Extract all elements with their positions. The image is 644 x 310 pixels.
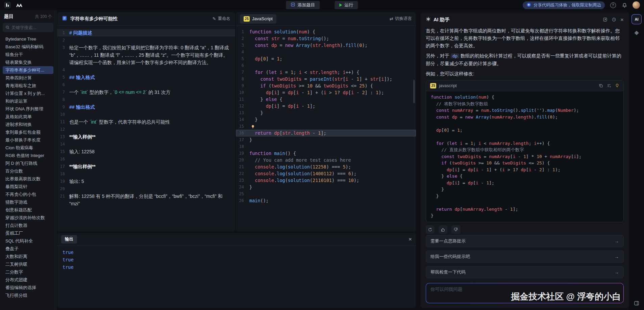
sidebar-item-label: 最小替换子串长度 bbox=[5, 137, 41, 143]
sidebar-item[interactable]: RGB 色值转 Integer bbox=[3, 152, 53, 159]
sidebar-item[interactable]: 叠盘子 bbox=[3, 245, 53, 253]
sidebar-item[interactable]: 番茄编辑的选择 bbox=[3, 284, 53, 291]
sidebar-item[interactable]: 分布式团建 bbox=[3, 276, 53, 284]
sidebar-item[interactable]: SQL 代码补全 bbox=[3, 237, 53, 245]
sidebar-item[interactable]: 计算位置 x 到 y 的... bbox=[3, 89, 53, 97]
code-line: 25 bbox=[236, 190, 416, 197]
sidebar-item[interactable]: 猫鱼分干 bbox=[3, 51, 53, 58]
sidebar-item[interactable]: 暴雨梨花针 bbox=[3, 183, 53, 190]
line-number: 9 bbox=[57, 103, 69, 111]
suggestion-chip[interactable]: 帮我检查一下代码 → bbox=[426, 266, 624, 278]
run-button[interactable]: 运行 bbox=[335, 1, 358, 9]
sidebar-item[interactable]: 飞行棋分组 bbox=[3, 291, 53, 299]
problem-list: Bytedance Tree Base32 编码和解码 猫鱼分干 链表聚集交换 … bbox=[3, 35, 53, 310]
markdown-text bbox=[69, 81, 235, 88]
sidebar-item[interactable]: 穿越沙漠的补给次数 bbox=[3, 214, 53, 222]
sidebar-item[interactable]: 猜数字游戏 bbox=[3, 198, 53, 206]
document-icon bbox=[62, 16, 67, 22]
close-icon[interactable]: × bbox=[408, 236, 412, 242]
ai-code-line: } bbox=[431, 193, 619, 200]
sidebar-item[interactable]: 链表聚集交换 bbox=[3, 58, 53, 66]
thumbs-down-icon[interactable] bbox=[451, 225, 460, 234]
sidebar-item[interactable]: 简单四则计算 bbox=[3, 74, 53, 82]
line-number: 10 bbox=[57, 111, 69, 118]
insert-code-icon[interactable] bbox=[607, 83, 611, 88]
sidebar-item[interactable]: Bytedance Tree bbox=[3, 35, 53, 43]
sidebar-item-label: 暴雨梨花针 bbox=[5, 184, 27, 189]
code-text: // You can add more test cases here bbox=[249, 157, 416, 163]
help-icon[interactable]: ? bbox=[610, 2, 616, 8]
code-text: const str = num.toString(); bbox=[249, 35, 416, 42]
sidebar-item[interactable]: 字符串有多少种可... bbox=[3, 66, 53, 74]
sidebar-item[interactable]: 二叉树供暖 bbox=[3, 260, 53, 268]
line-number: 19 bbox=[236, 150, 249, 157]
code-editor[interactable]: 1 function solution(num) { 2 const str =… bbox=[236, 26, 416, 232]
juejin-logo-icon[interactable]: ◆ bbox=[634, 29, 639, 36]
sidebar-item[interactable]: Cion 勒索病毒 bbox=[3, 144, 53, 152]
sidebar-item[interactable]: 打点计数器 bbox=[3, 222, 53, 229]
marscode-logo-icon[interactable] bbox=[16, 3, 23, 7]
output-line: true bbox=[63, 249, 411, 256]
sidebar-item[interactable]: 及格如此简单 bbox=[3, 113, 53, 121]
sidebar-item[interactable]: 二分数字 bbox=[3, 268, 53, 276]
line-number: 18 bbox=[236, 143, 249, 150]
sidebar-item[interactable]: 青海湖租车之旅 bbox=[3, 82, 53, 89]
scrollbar[interactable] bbox=[413, 80, 415, 103]
promo-button[interactable]: 分享代码练习体验，领取限定制周边 bbox=[523, 1, 605, 9]
sidebar-item[interactable]: 比赛最高获胜次数 bbox=[3, 175, 53, 183]
code-line: 14 } bbox=[236, 116, 416, 123]
sidebar-item-label: 阿 D 的飞行路线 bbox=[5, 161, 38, 166]
sidebar-item[interactable]: 环状 DNA 序列整理 bbox=[3, 105, 53, 113]
suggestion-chip[interactable]: 需要一点思路提示 → bbox=[426, 235, 624, 247]
output-tab[interactable]: 输出 bbox=[61, 235, 77, 243]
code-text: dp[i] = dp[i - 1] + (i > 1? dp[i - 2] : … bbox=[249, 89, 416, 96]
ai-question-input[interactable] bbox=[430, 286, 611, 300]
code-line: 4 bbox=[236, 49, 416, 55]
markdown-text bbox=[69, 96, 235, 103]
send-icon[interactable] bbox=[615, 295, 620, 300]
line-number: 25 bbox=[236, 190, 249, 197]
markdown-line: 15 输入: 12258 bbox=[57, 148, 235, 155]
sidebar-item[interactable]: 大数和距离 bbox=[3, 253, 53, 260]
sidebar-item[interactable]: 进制求和转换 bbox=[3, 121, 53, 128]
ai-message-paragraph: 另外，对于 dp 数组的初始化和计算过程，可以观察是否有一些重复计算或者可以提前… bbox=[426, 52, 624, 67]
js-icon: JS bbox=[244, 16, 250, 22]
sidebar-item[interactable]: 最小替换子串长度 bbox=[3, 136, 53, 144]
search-input[interactable] bbox=[11, 25, 51, 30]
bell-icon[interactable] bbox=[621, 2, 628, 8]
rename-button[interactable]: ✎ 重命名 bbox=[213, 16, 230, 22]
run-label: 运行 bbox=[345, 2, 353, 8]
suggestion-chip[interactable]: 给我一些代码提示吧 → bbox=[426, 251, 624, 263]
thumbs-up-icon[interactable] bbox=[439, 225, 447, 234]
sidebar-item[interactable]: Base32 编码和解码 bbox=[3, 43, 53, 51]
apply-icon[interactable] bbox=[615, 83, 619, 88]
line-number: 16 bbox=[57, 155, 69, 163]
sidebar-item[interactable]: 蛋糕工厂 bbox=[3, 229, 53, 237]
regenerate-icon[interactable] bbox=[426, 225, 435, 234]
line-number: 15 bbox=[57, 148, 69, 155]
add-problem-button[interactable]: 添加题目 bbox=[286, 1, 320, 9]
search-box[interactable] bbox=[3, 23, 53, 32]
ai-code-line bbox=[431, 199, 619, 206]
copy-icon[interactable] bbox=[599, 83, 603, 88]
sidebar-item[interactable]: 创意标题匹配 bbox=[3, 206, 53, 214]
switch-language-button[interactable]: ⇄ 切换语言 bbox=[390, 16, 412, 22]
export-icon[interactable] bbox=[603, 17, 608, 22]
ide-logo-icon[interactable] bbox=[4, 2, 11, 8]
sidebar-item[interactable]: 百分位数 bbox=[3, 167, 53, 175]
markdown-text bbox=[69, 170, 235, 178]
ai-assistant-button[interactable]: AI bbox=[631, 14, 642, 24]
markdown-text: 给定一个数字，我们按照如下规则把它翻译为字符串: 0 翻译成 “a”，1 翻译成… bbox=[69, 44, 235, 66]
topbar-logos bbox=[4, 2, 23, 8]
sidebar-item[interactable]: 拿到最多红包金额 bbox=[3, 128, 53, 136]
history-icon[interactable] bbox=[612, 17, 616, 22]
sidebar-item[interactable]: 阿 D 的飞行路线 bbox=[3, 159, 53, 167]
language-tab[interactable]: JS JavaScript bbox=[240, 14, 276, 24]
sidebar-item[interactable]: 和的逆运算 bbox=[3, 97, 53, 105]
sidebar-item[interactable]: 不再贪心的小包 bbox=[3, 190, 53, 198]
line-number: 19 bbox=[57, 178, 69, 185]
panel-toggle-icon[interactable] bbox=[634, 301, 639, 306]
close-icon[interactable]: × bbox=[620, 17, 624, 23]
avatar[interactable] bbox=[633, 1, 640, 9]
markdown-editor[interactable]: 1 # 问题描述 2 3 给定一个数字，我们按照如下规则把它翻译为字符串: 0 … bbox=[57, 26, 235, 232]
